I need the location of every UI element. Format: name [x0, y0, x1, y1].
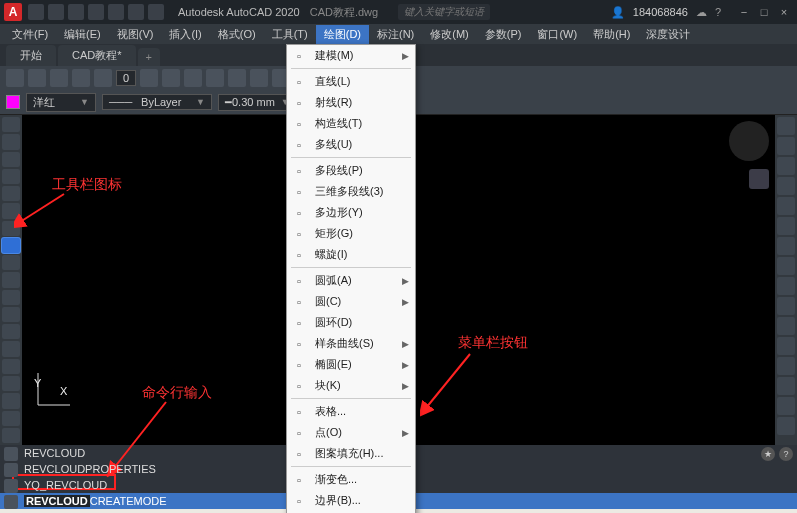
ribbon-icon[interactable] — [28, 69, 46, 87]
ribbon-icon[interactable] — [72, 69, 90, 87]
mod-move-icon[interactable] — [777, 217, 795, 235]
tool-gradient-icon[interactable] — [2, 376, 20, 391]
ribbon-icon[interactable] — [162, 69, 180, 87]
mod-extend-icon[interactable] — [777, 317, 795, 335]
ribbon-num-input[interactable]: 0 — [116, 70, 136, 86]
ribbon-icon[interactable] — [206, 69, 224, 87]
menu-12[interactable]: 深度设计 — [638, 25, 698, 44]
menu-item[interactable]: ▫圆环(D) — [287, 312, 415, 333]
user-name[interactable]: 184068846 — [633, 6, 688, 18]
menu-0[interactable]: 文件(F) — [4, 25, 56, 44]
menu-item[interactable]: ▫块(K)▶ — [287, 375, 415, 396]
menu-10[interactable]: 窗口(W) — [529, 25, 585, 44]
qat-plot-icon[interactable] — [108, 4, 124, 20]
color-swatch[interactable] — [6, 95, 20, 109]
menu-item[interactable]: ▫表格... — [287, 401, 415, 422]
menu-item[interactable]: ▫射线(R) — [287, 92, 415, 113]
tab-start[interactable]: 开始 — [6, 45, 56, 66]
menu-8[interactable]: 修改(M) — [422, 25, 477, 44]
tool-table-icon[interactable] — [2, 411, 20, 426]
tool-pline-icon[interactable] — [2, 152, 20, 167]
view-cube[interactable] — [729, 121, 769, 161]
help-icon[interactable]: ? — [779, 447, 793, 461]
menu-item[interactable]: ▫圆弧(A)▶ — [287, 270, 415, 291]
tool-line-icon[interactable] — [2, 117, 20, 132]
ribbon-icon[interactable] — [140, 69, 158, 87]
mod-rotate-icon[interactable] — [777, 237, 795, 255]
tool-xline-icon[interactable] — [2, 134, 20, 149]
qat-redo-icon[interactable] — [148, 4, 164, 20]
mod-explode-icon[interactable] — [777, 417, 795, 435]
qat-new-icon[interactable] — [28, 4, 44, 20]
menu-11[interactable]: 帮助(H) — [585, 25, 638, 44]
ribbon-icon[interactable] — [50, 69, 68, 87]
app-logo[interactable]: A — [4, 3, 22, 21]
mod-fillet-icon[interactable] — [777, 397, 795, 415]
ribbon-icon[interactable] — [250, 69, 268, 87]
tool-ellipse-icon[interactable] — [2, 272, 20, 287]
mod-trim-icon[interactable] — [777, 297, 795, 315]
menu-item[interactable]: ▫样条曲线(S)▶ — [287, 333, 415, 354]
qat-open-icon[interactable] — [48, 4, 64, 20]
tool-block-icon[interactable] — [2, 324, 20, 339]
menu-item[interactable]: ▫直线(L) — [287, 71, 415, 92]
tool-region-icon[interactable] — [2, 393, 20, 408]
mod-break-icon[interactable] — [777, 337, 795, 355]
minimize-button[interactable]: − — [735, 5, 753, 19]
mod-erase-icon[interactable] — [777, 117, 795, 135]
mod-offset-icon[interactable] — [777, 177, 795, 195]
user-icon[interactable]: 👤 — [611, 6, 625, 19]
menu-5[interactable]: 工具(T) — [264, 25, 316, 44]
menu-6[interactable]: 绘图(D) — [316, 25, 369, 44]
menu-item[interactable]: ▫图案填充(H)... — [287, 443, 415, 464]
menu-item[interactable]: ▫椭圆(E)▶ — [287, 354, 415, 375]
mod-join-icon[interactable] — [777, 357, 795, 375]
ribbon-icon[interactable] — [94, 69, 112, 87]
mod-array-icon[interactable] — [777, 197, 795, 215]
menu-item[interactable]: ▫构造线(T) — [287, 113, 415, 134]
menu-item[interactable]: ▫螺旋(I) — [287, 244, 415, 265]
menu-item[interactable]: ▫矩形(G) — [287, 223, 415, 244]
menu-item[interactable]: ▫渐变色... — [287, 469, 415, 490]
mod-copy-icon[interactable] — [777, 137, 795, 155]
close-button[interactable]: × — [775, 5, 793, 19]
tool-point-icon[interactable] — [2, 341, 20, 356]
help-icon[interactable]: ? — [715, 6, 721, 18]
linetype-dropdown[interactable]: ─── ByLayer▼ — [102, 94, 212, 110]
menu-item[interactable]: ▫多段线(P) — [287, 160, 415, 181]
maximize-button[interactable]: □ — [755, 5, 773, 19]
menu-item[interactable]: ▫建模(M)▶ — [287, 45, 415, 66]
mod-stretch-icon[interactable] — [777, 277, 795, 295]
menu-4[interactable]: 格式(O) — [210, 25, 264, 44]
menu-item[interactable]: ▫三维多段线(3) — [287, 181, 415, 202]
tool-ellipsearc-icon[interactable] — [2, 290, 20, 305]
mod-chamfer-icon[interactable] — [777, 377, 795, 395]
mod-scale-icon[interactable] — [777, 257, 795, 275]
mod-mirror-icon[interactable] — [777, 157, 795, 175]
menu-item[interactable]: ▫边界(B)... — [287, 490, 415, 511]
menu-7[interactable]: 标注(N) — [369, 25, 422, 44]
ribbon-icon[interactable] — [6, 69, 24, 87]
menu-item[interactable]: ▫点(O)▶ — [287, 422, 415, 443]
tool-text-icon[interactable] — [2, 428, 20, 443]
menu-item[interactable]: ▫多边形(Y) — [287, 202, 415, 223]
tool-arc-icon[interactable] — [2, 203, 20, 218]
menu-item[interactable]: ▫圆(C)▶ — [287, 291, 415, 312]
tool-rect-icon[interactable] — [2, 186, 20, 201]
menu-9[interactable]: 参数(P) — [477, 25, 530, 44]
search-input[interactable]: 键入关键字或短语 — [398, 4, 490, 20]
nav-wheel-icon[interactable] — [749, 169, 769, 189]
tool-insert-icon[interactable] — [2, 307, 20, 322]
tool-spline-icon[interactable] — [2, 255, 20, 270]
lineweight-dropdown[interactable]: ━ 0.30 mm▼ — [218, 94, 297, 111]
tool-revcloud-icon[interactable] — [2, 238, 20, 253]
tool-polygon-icon[interactable] — [2, 169, 20, 184]
menu-item[interactable]: ▫多线(U) — [287, 134, 415, 155]
tool-circle-icon[interactable] — [2, 221, 20, 236]
qat-undo-icon[interactable] — [128, 4, 144, 20]
tab-add[interactable]: + — [138, 48, 160, 66]
cloud-icon[interactable]: ☁ — [696, 6, 707, 19]
ribbon-icon[interactable] — [184, 69, 202, 87]
qat-save-icon[interactable] — [68, 4, 84, 20]
color-dropdown[interactable]: 洋红▼ — [26, 93, 96, 112]
